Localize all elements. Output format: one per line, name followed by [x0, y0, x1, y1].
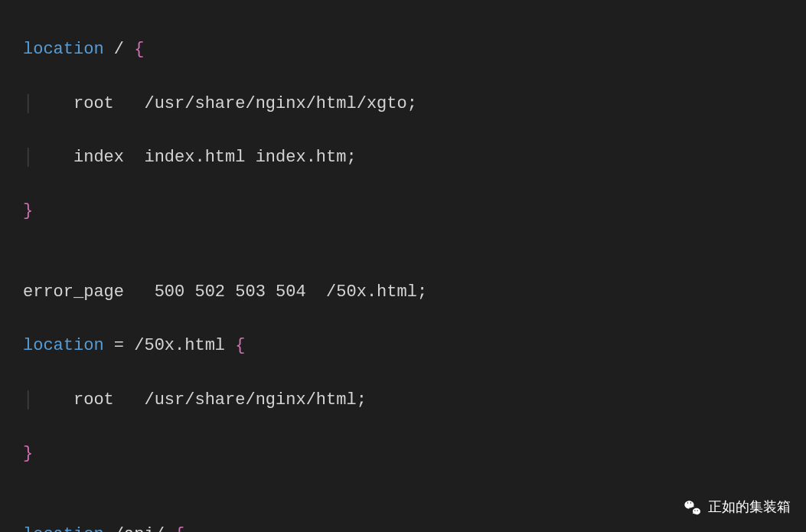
- value: /usr/share/nginx/html/xgto: [144, 94, 406, 113]
- open-brace: {: [134, 40, 144, 59]
- indent: [33, 148, 73, 167]
- open-brace: {: [235, 336, 245, 355]
- spacing: [114, 390, 145, 410]
- value: /usr/share/nginx/html: [144, 390, 356, 410]
- path: /: [104, 40, 135, 59]
- directive-root: root: [73, 390, 114, 410]
- semicolon: ;: [357, 390, 367, 410]
- code-line-6: error_page 500 502 503 504 /50x.html;: [23, 279, 806, 305]
- semicolon: ;: [346, 148, 356, 167]
- indent: [33, 390, 73, 410]
- wechat-icon: [682, 497, 703, 518]
- close-brace: }: [23, 444, 33, 463]
- code-line-1: location / {: [23, 36, 806, 63]
- value: 500 502 503 504 /50x.html: [155, 282, 417, 302]
- open-brace: {: [175, 525, 184, 532]
- code-line-4: }: [23, 197, 806, 224]
- close-brace: }: [23, 201, 33, 220]
- semicolon: ;: [417, 282, 427, 302]
- directive-index: index: [73, 148, 124, 167]
- code-line-3: │ index index.html index.htm;: [23, 144, 806, 171]
- watermark: 正如的集装箱: [682, 496, 791, 518]
- path: /api/: [104, 525, 175, 532]
- equals: =: [104, 336, 135, 355]
- spacing: [114, 94, 145, 113]
- code-line-2: │ root /usr/share/nginx/html/xgto;: [23, 90, 806, 117]
- spacing: [124, 282, 155, 302]
- code-line-7: location = /50x.html {: [23, 332, 806, 359]
- directive-root: root: [73, 94, 114, 113]
- directive-error-page: error_page: [23, 282, 124, 302]
- value: index.html index.htm: [144, 148, 346, 167]
- code-block: location / { │ root /usr/share/nginx/htm…: [23, 9, 806, 532]
- keyword-location: location: [23, 40, 104, 59]
- keyword-location: location: [23, 525, 104, 532]
- code-line-9: }: [23, 440, 806, 467]
- watermark-text: 正如的集装箱: [708, 496, 791, 518]
- code-line-11: location /api/ {: [23, 521, 806, 532]
- keyword-location: location: [23, 336, 104, 355]
- semicolon: ;: [407, 94, 417, 113]
- indent: [33, 94, 73, 113]
- spacing: [124, 148, 144, 167]
- path: /50x.html: [134, 336, 235, 355]
- code-line-8: │ root /usr/share/nginx/html;: [23, 387, 806, 413]
